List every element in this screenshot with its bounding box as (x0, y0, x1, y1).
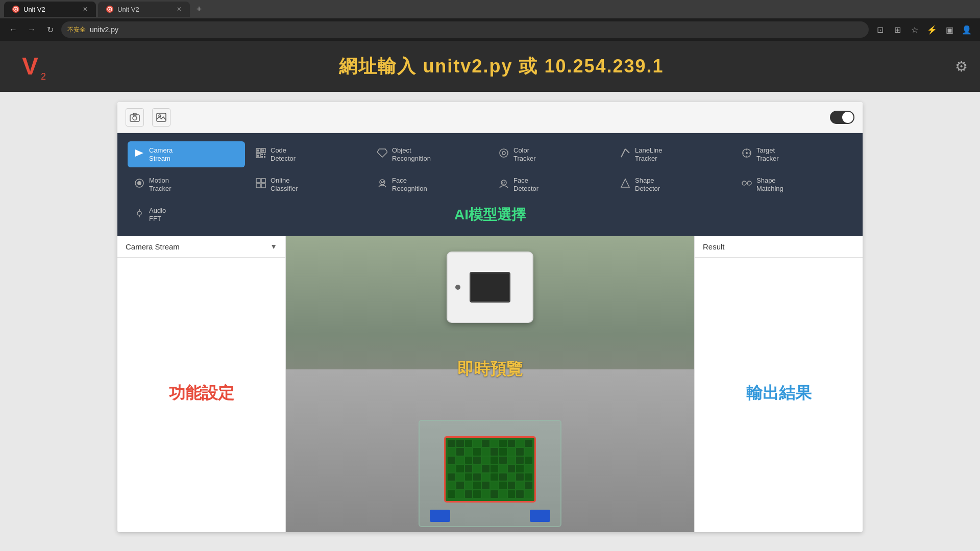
toggle-switch[interactable] (830, 111, 854, 124)
svg-point-27 (746, 152, 748, 154)
svg-rect-32 (256, 184, 260, 188)
forward-button[interactable]: → (24, 22, 39, 37)
address-bar[interactable]: 不安全 unitv2.py (61, 21, 869, 38)
ai-model-text: AI模型選擇 (454, 205, 526, 224)
svg-point-1 (15, 9, 17, 10)
tab-1-label: Unit V2 (23, 6, 45, 13)
main-content: CameraStream (0, 92, 980, 542)
cast-button[interactable]: ⊡ (873, 22, 887, 37)
left-panel: Camera Stream ▼ 功能設定 (117, 236, 286, 532)
color-tracker-icon (498, 148, 509, 161)
nav-item-color-tracker[interactable]: ColorTracker (492, 141, 609, 167)
tab-2-close[interactable]: ✕ (177, 6, 182, 13)
nav-bar: ← → ↻ 不安全 unitv2.py ⊡ ⊞ ☆ ⚡ ▣ 👤 (0, 18, 980, 41)
nav-item-motion-tracker[interactable]: MotionTracker (128, 171, 245, 197)
svg-rect-19 (264, 156, 265, 158)
object-recognition-icon (377, 148, 388, 161)
tab-bar: Unit V2 ✕ Unit V2 ✕ + (0, 0, 980, 18)
laneline-tracker-icon (620, 148, 631, 161)
tab-2-label: Unit V2 (117, 6, 139, 13)
settings-icon[interactable]: ⚙ (955, 58, 968, 75)
nav-item-object-recognition[interactable]: ObjectRecongnition (371, 141, 488, 167)
container (419, 420, 561, 527)
laneline-tracker-label: LaneLineTracker (635, 146, 663, 162)
camera-stream-label: CameraStream (149, 146, 173, 162)
app-container: CameraStream (117, 102, 863, 532)
svg-rect-7 (157, 113, 166, 121)
svg-point-36 (383, 181, 384, 182)
circuit-board (444, 436, 536, 503)
svg-marker-9 (135, 149, 143, 157)
container-clip-right (530, 510, 550, 522)
back-button[interactable]: ← (6, 22, 20, 37)
code-detector-label: CodeDetector (271, 146, 296, 162)
svg-rect-31 (261, 179, 265, 183)
nav-item-online-classifier[interactable]: OnlineClassifier (249, 171, 366, 197)
svg-point-42 (747, 181, 751, 185)
result-label: 輸出結果 (746, 382, 812, 405)
container-clip-left (430, 510, 450, 522)
motion-tracker-icon (134, 178, 145, 191)
nav-item-shape-matching[interactable]: ShapeMatching (735, 171, 852, 197)
object-recognition-label: ObjectRecongnition (392, 146, 431, 162)
nav-item-laneline-tracker[interactable]: LaneLineTracker (614, 141, 731, 167)
camera-feed: 即時預覽 (286, 236, 694, 532)
tab-2[interactable]: Unit V2 ✕ (98, 2, 190, 17)
address-text: unitv2.py (90, 26, 118, 34)
shape-matching-label: ShapeMatching (756, 177, 783, 192)
result-header: Result (695, 236, 863, 258)
nav-item-code-detector[interactable]: CodeDetector (249, 141, 366, 167)
reload-button[interactable]: ↻ (43, 22, 57, 37)
shape-detector-icon (620, 178, 631, 191)
audio-fft-label: AudioFFT (149, 207, 166, 222)
svg-point-20 (500, 149, 508, 157)
nav-item-target-tracker[interactable]: TargetTracker (735, 141, 852, 167)
app-toolbar (117, 102, 863, 133)
svg-rect-17 (264, 154, 265, 155)
shape-matching-icon (741, 178, 752, 191)
nav-item-audio-fft[interactable]: AudioFFT (128, 202, 245, 228)
screenshot-button[interactable]: ⊞ (890, 22, 904, 37)
svg-rect-11 (257, 149, 259, 152)
nav-item-camera-stream[interactable]: CameraStream (128, 141, 245, 167)
sidebar-button[interactable]: ▣ (942, 22, 957, 37)
content-area: Camera Stream ▼ 功能設定 (117, 236, 863, 532)
ai-overlay: AI模型選擇 (249, 202, 731, 228)
camera-button[interactable] (126, 108, 144, 127)
nav-item-shape-detector[interactable]: ShapeDetector (614, 171, 731, 197)
extensions-button[interactable]: ⚡ (925, 22, 939, 37)
svg-rect-30 (256, 179, 260, 183)
tab-1[interactable]: Unit V2 ✕ (4, 2, 96, 17)
svg-point-3 (109, 9, 111, 10)
bookmark-button[interactable]: ☆ (908, 22, 922, 37)
svg-point-35 (381, 181, 382, 182)
nav-menu: CameraStream (117, 133, 863, 236)
svg-point-38 (502, 182, 503, 183)
target-tracker-label: TargetTracker (756, 146, 779, 162)
tab-1-close[interactable]: ✕ (83, 6, 88, 13)
svg-rect-33 (261, 184, 265, 188)
color-tracker-label: ColorTracker (513, 146, 536, 162)
online-classifier-icon (255, 178, 266, 191)
svg-point-29 (137, 181, 141, 185)
profile-button[interactable]: 👤 (960, 22, 974, 37)
svg-rect-15 (257, 155, 259, 157)
face-detector-label: FaceDetector (513, 177, 538, 192)
svg-rect-6 (133, 113, 136, 115)
shape-detector-label: ShapeDetector (635, 177, 660, 192)
image-button[interactable] (152, 108, 170, 127)
nav-item-face-detector[interactable]: FaceDetector (492, 171, 609, 197)
code-detector-icon (255, 148, 266, 161)
svg-marker-40 (621, 179, 629, 187)
face-detector-icon (498, 178, 509, 191)
footer: © 2021 M5Stack Technology Co., Ltd. All … (0, 542, 980, 551)
svg-point-5 (133, 116, 137, 120)
new-tab-button[interactable]: + (192, 2, 206, 16)
svg-point-34 (380, 180, 385, 185)
left-panel-body: 功能設定 (117, 258, 285, 529)
svg-point-43 (137, 211, 141, 215)
svg-point-39 (504, 182, 505, 183)
device-screen (470, 272, 510, 303)
online-classifier-label: OnlineClassifier (271, 177, 298, 192)
nav-item-face-recognition[interactable]: FaceRecognition (371, 171, 488, 197)
